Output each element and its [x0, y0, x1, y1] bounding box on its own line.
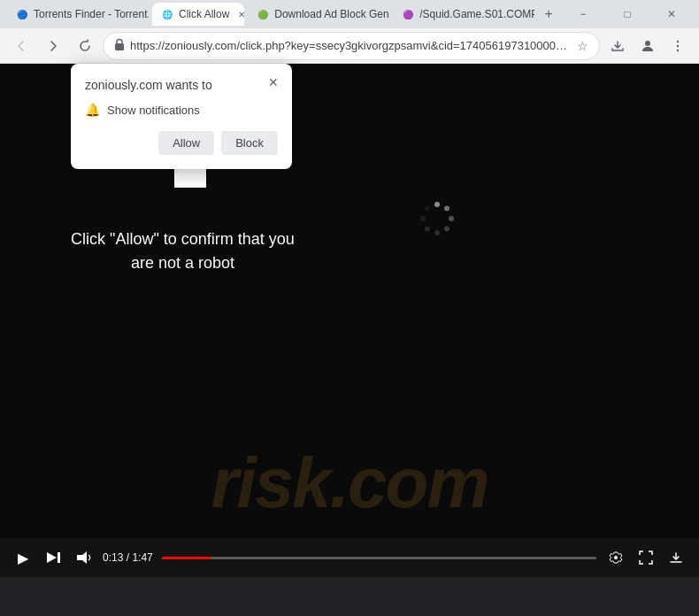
volume-button[interactable] [73, 547, 94, 568]
svg-point-13 [425, 206, 430, 212]
bell-icon: 🔔 [85, 103, 100, 117]
notification-actions: Allow Block [85, 131, 278, 155]
tab-label-torrents: Torrents Finder - Torrent... [34, 8, 149, 20]
new-tab-button[interactable]: + [538, 3, 559, 26]
toolbar-actions [603, 32, 692, 60]
svg-rect-0 [115, 43, 124, 50]
allow-button[interactable]: Allow [158, 131, 214, 155]
main-text: Click "Allow" to confirm that you are no… [71, 227, 295, 275]
main-text-line2: are not a robot [71, 251, 295, 275]
titlebar: 🔵 Torrents Finder - Torrent... ✕ 🌐 Click… [0, 0, 699, 28]
address-bar[interactable]: https://zoniously.com/click.php?key=ssec… [103, 32, 600, 60]
back-button[interactable] [7, 32, 35, 60]
profile-button[interactable] [634, 32, 662, 60]
svg-point-7 [444, 206, 449, 212]
notification-close-button[interactable]: ✕ [264, 73, 283, 92]
close-button[interactable]: ✕ [651, 0, 692, 28]
minimize-button[interactable]: − [563, 0, 603, 28]
svg-marker-16 [77, 551, 87, 564]
svg-point-9 [444, 227, 449, 232]
svg-point-4 [677, 49, 679, 50]
spinner-wheel [419, 201, 455, 236]
svg-marker-14 [47, 552, 57, 563]
maximize-button[interactable]: □ [607, 0, 648, 28]
tab-favicon-clickallow: 🌐 [161, 8, 173, 20]
svg-rect-15 [58, 552, 60, 563]
svg-point-3 [677, 44, 679, 46]
menu-button[interactable] [664, 32, 692, 60]
notification-title: zoniously.com wants to [85, 78, 278, 92]
forward-button[interactable] [39, 32, 67, 60]
svg-point-12 [420, 216, 426, 221]
notification-option: 🔔 Show notifications [85, 103, 278, 117]
main-text-line1: Click "Allow" to confirm that you [71, 227, 295, 251]
svg-point-11 [425, 227, 430, 232]
fullscreen-icon[interactable] [635, 547, 657, 568]
tab-label-adblock: Download Ad Block Gen... [274, 8, 389, 20]
svg-point-6 [434, 202, 440, 207]
block-button[interactable]: Block [221, 131, 278, 155]
video-controls: ▶ 0:13 / 1:47 [0, 538, 699, 577]
download-video-icon[interactable] [665, 547, 687, 568]
tab-label-squid: /Squid.Game.S01.COMP... [419, 8, 534, 20]
tab-favicon-torrents: 🔵 [16, 8, 28, 20]
video-progress-bar[interactable] [162, 557, 596, 559]
video-controls-right [605, 547, 687, 568]
spinner [419, 201, 455, 236]
play-button[interactable]: ▶ [12, 547, 34, 568]
tab-label-clickallow: Click Allow [179, 8, 229, 20]
toolbar: https://zoniously.com/click.php?key=ssec… [0, 28, 699, 64]
address-text: https://zoniously.com/click.php?key=ssec… [130, 39, 572, 52]
reload-button[interactable] [71, 32, 99, 60]
skip-button[interactable] [42, 547, 64, 568]
video-time: 0:13 / 1:47 [103, 551, 153, 564]
download-button[interactable] [603, 32, 632, 60]
notification-popup: zoniously.com wants to ✕ 🔔 Show notifica… [71, 64, 292, 169]
svg-point-2 [677, 40, 679, 42]
window-controls: − □ ✕ [563, 0, 692, 28]
tab-adblock[interactable]: 🟢 Download Ad Block Gen... ✕ [248, 3, 389, 26]
svg-point-1 [645, 41, 650, 46]
svg-point-10 [434, 230, 440, 235]
tab-torrents[interactable]: 🔵 Torrents Finder - Torrent... ✕ [7, 3, 149, 26]
lock-icon [114, 38, 125, 53]
svg-point-8 [449, 216, 454, 221]
notification-option-label: Show notifications [107, 104, 200, 117]
settings-icon[interactable] [605, 547, 626, 568]
bookmark-icon[interactable]: ☆ [577, 39, 588, 53]
tab-favicon-adblock: 🟢 [257, 8, 269, 20]
watermark-text: risk.com [0, 443, 699, 524]
tab-squid[interactable]: 🟣 /Squid.Game.S01.COMP... ✕ [393, 3, 534, 26]
video-progress-fill [162, 557, 211, 559]
tab-clickallow[interactable]: 🌐 Click Allow ✕ [152, 3, 244, 26]
tab-close-clickallow[interactable]: ✕ [234, 7, 244, 21]
tab-favicon-squid: 🟣 [402, 8, 414, 20]
